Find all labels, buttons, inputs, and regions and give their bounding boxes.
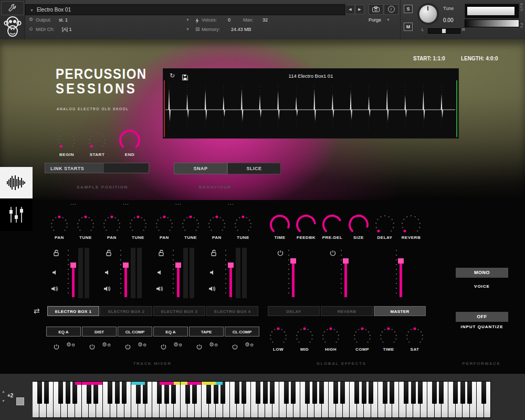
channel-fader-handle[interactable] bbox=[70, 262, 76, 268]
speaker-loud-icon[interactable] bbox=[103, 285, 111, 294]
fx3-power-icon[interactable] bbox=[125, 342, 131, 352]
link-starts-button[interactable]: LINK STARTS bbox=[45, 163, 149, 173]
info-icon[interactable]: i bbox=[384, 4, 398, 15]
pv-label[interactable]: PV bbox=[520, 23, 523, 29]
delay-fader-handle[interactable] bbox=[290, 258, 296, 264]
purge-dropdown-icon[interactable]: ▼ bbox=[386, 18, 390, 22]
black-key[interactable] bbox=[312, 382, 317, 404]
black-key[interactable] bbox=[291, 382, 296, 404]
strip-menu-icon[interactable]: ⋯ bbox=[48, 201, 98, 208]
instrument-title-bar[interactable]: ▼Electro Box 01 bbox=[25, 4, 345, 15]
slice-button[interactable]: SLICE bbox=[227, 163, 281, 174]
eq-mid-knob[interactable] bbox=[294, 326, 315, 349]
eq-high-knob[interactable] bbox=[320, 326, 341, 349]
black-key[interactable] bbox=[362, 382, 366, 404]
speaker-loud-icon[interactable] bbox=[51, 285, 59, 294]
black-key[interactable] bbox=[411, 382, 416, 404]
aux-label[interactable]: AUX bbox=[520, 3, 523, 12]
midi-dropdown-icon[interactable]: ▼ bbox=[186, 27, 190, 31]
black-key[interactable] bbox=[439, 382, 444, 404]
sample-start-marker[interactable] bbox=[164, 80, 165, 137]
send-delay-knob[interactable] bbox=[373, 213, 396, 238]
channel-fader-handle[interactable] bbox=[228, 262, 234, 268]
black-key[interactable] bbox=[164, 382, 169, 404]
delay-power-icon[interactable] bbox=[277, 249, 284, 258]
black-key[interactable] bbox=[66, 382, 70, 404]
output-value[interactable]: st. 1 bbox=[59, 17, 68, 23]
strip-menu-icon[interactable]: ⋯ bbox=[205, 201, 256, 208]
pan-knob[interactable] bbox=[49, 214, 70, 237]
black-key[interactable] bbox=[192, 382, 197, 404]
fx4-edit-icon[interactable]: ⚙⚙ bbox=[173, 341, 182, 348]
prev-instrument-button[interactable]: ◀ bbox=[345, 5, 355, 14]
fx4-power-icon[interactable] bbox=[161, 342, 166, 352]
black-key[interactable] bbox=[87, 382, 91, 404]
reverb-size-knob[interactable] bbox=[347, 213, 370, 238]
sample-end-marker[interactable] bbox=[456, 80, 457, 137]
black-key[interactable] bbox=[37, 382, 42, 404]
black-key[interactable] bbox=[44, 382, 49, 404]
channel-fader[interactable] bbox=[72, 265, 75, 297]
tape-time-knob[interactable] bbox=[378, 326, 399, 349]
master-fader[interactable] bbox=[400, 260, 402, 297]
black-key[interactable] bbox=[369, 382, 373, 404]
black-key[interactable] bbox=[157, 382, 162, 404]
master-fader-handle[interactable] bbox=[398, 258, 404, 264]
comp-knob[interactable] bbox=[352, 326, 373, 349]
channel-fader[interactable] bbox=[229, 265, 232, 297]
eq-low-knob[interactable] bbox=[268, 326, 289, 349]
black-key[interactable] bbox=[220, 382, 225, 404]
reverb-fader[interactable] bbox=[344, 260, 347, 297]
delay-fader[interactable] bbox=[292, 260, 295, 297]
black-key[interactable] bbox=[58, 382, 63, 404]
black-key[interactable] bbox=[383, 382, 387, 404]
black-key[interactable] bbox=[122, 382, 127, 404]
black-key[interactable] bbox=[481, 382, 486, 404]
reverb-predelay-knob[interactable] bbox=[321, 213, 344, 238]
black-key[interactable] bbox=[270, 382, 275, 404]
solo-button[interactable]: S bbox=[404, 5, 413, 13]
fx-slot-4[interactable]: EQ A bbox=[153, 327, 188, 337]
keyboard-keys[interactable] bbox=[33, 381, 491, 418]
fx2-power-icon[interactable] bbox=[89, 342, 95, 352]
octave-up-icon[interactable]: ▲ bbox=[2, 390, 5, 393]
output-dropdown-icon[interactable]: ▼ bbox=[186, 18, 190, 22]
black-key[interactable] bbox=[319, 382, 324, 404]
tab-delay-bus[interactable]: DELAY bbox=[268, 306, 320, 316]
black-key[interactable] bbox=[256, 382, 260, 404]
tune-knob[interactable] bbox=[75, 214, 96, 237]
black-key[interactable] bbox=[206, 382, 211, 404]
lock-icon[interactable] bbox=[158, 249, 164, 258]
black-key[interactable] bbox=[390, 382, 394, 404]
fx6-edit-icon[interactable]: ⚙⚙ bbox=[245, 341, 254, 348]
tab-electro-box-1[interactable]: ELECTRO BOX 1 bbox=[47, 306, 99, 316]
black-key[interactable] bbox=[263, 382, 268, 404]
fx5-power-icon[interactable] bbox=[196, 342, 202, 352]
fx2-edit-icon[interactable]: ⚙⚙ bbox=[102, 341, 111, 348]
wrench-icon[interactable] bbox=[1, 1, 24, 15]
black-key[interactable] bbox=[340, 382, 345, 404]
next-instrument-button[interactable]: ▶ bbox=[355, 5, 364, 14]
tab-reverb-bus[interactable]: REVERB bbox=[321, 306, 373, 316]
black-key[interactable] bbox=[242, 382, 246, 404]
tab-electro-box-4[interactable]: ELECTRO BOX 4 bbox=[206, 306, 258, 316]
black-key[interactable] bbox=[72, 382, 77, 404]
speaker-loud-icon[interactable] bbox=[208, 285, 216, 294]
speaker-quiet-icon[interactable] bbox=[52, 268, 58, 277]
black-key[interactable] bbox=[354, 382, 359, 404]
strip-menu-icon[interactable]: ⋯ bbox=[100, 201, 151, 208]
tab-electro-box-3[interactable]: ELECTRO BOX 3 bbox=[153, 306, 205, 316]
black-key[interactable] bbox=[432, 382, 437, 404]
fx1-edit-icon[interactable]: ⚙⚙ bbox=[66, 341, 75, 348]
speaker-quiet-icon[interactable] bbox=[104, 268, 111, 277]
snap-button[interactable]: SNAP bbox=[174, 163, 227, 174]
black-key[interactable] bbox=[136, 382, 141, 404]
keyboard-scroll-handle[interactable] bbox=[16, 397, 24, 405]
black-key[interactable] bbox=[418, 382, 423, 404]
black-key[interactable] bbox=[93, 382, 98, 404]
pan-knob[interactable] bbox=[154, 214, 175, 237]
chevron-down-icon[interactable]: ▼ bbox=[30, 8, 34, 12]
lock-icon[interactable] bbox=[211, 249, 217, 258]
purge-button[interactable]: Purge bbox=[369, 17, 381, 23]
channel-fader[interactable] bbox=[177, 265, 180, 297]
